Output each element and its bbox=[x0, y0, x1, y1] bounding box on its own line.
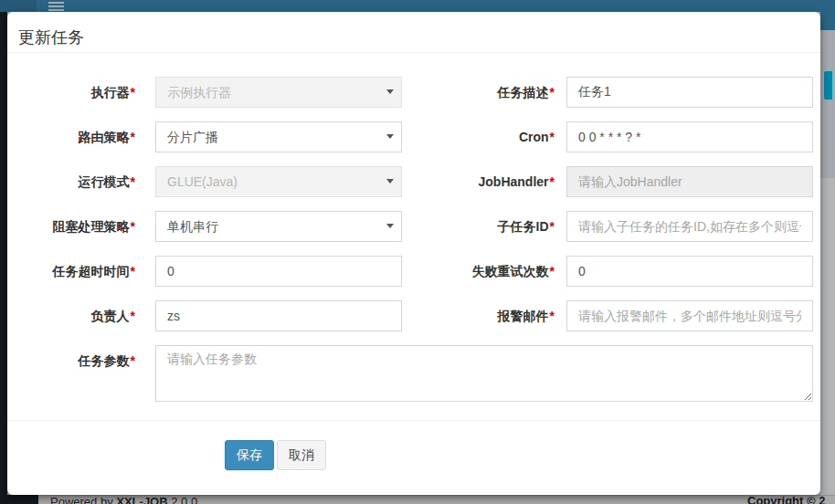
alarm-email-label: 报警邮件* bbox=[409, 300, 555, 331]
job-desc-label: 任务描述* bbox=[409, 77, 555, 108]
executor-select: 示例执行器 bbox=[155, 77, 402, 108]
cancel-button[interactable]: 取消 bbox=[277, 440, 326, 470]
sidebar-footer-block bbox=[0, 495, 38, 504]
required-asterisk: * bbox=[550, 264, 555, 278]
navbar-fragment-right bbox=[820, 12, 835, 30]
sidebar-edge-dimmed bbox=[0, 12, 7, 504]
save-button[interactable]: 保存 bbox=[225, 440, 274, 470]
fail-retry-input[interactable] bbox=[566, 256, 813, 287]
footer-divider bbox=[7, 420, 820, 421]
executor-label: 执行器* bbox=[7, 77, 135, 108]
author-input[interactable] bbox=[155, 300, 402, 331]
child-jobid-label: 子任务ID* bbox=[409, 211, 555, 242]
navbar-logo-block bbox=[0, 0, 37, 12]
alarm-email-input[interactable] bbox=[566, 300, 813, 331]
powered-by-text: Powered by XXL-JOB 2.0.0 bbox=[50, 495, 197, 504]
job-desc-input[interactable] bbox=[566, 77, 813, 108]
copyright-text: Copyright © 2 bbox=[747, 494, 825, 504]
route-strategy-select[interactable]: 分片广播 bbox=[155, 121, 402, 152]
block-strategy-label: 阻塞处理策略* bbox=[7, 211, 135, 242]
route-strategy-label: 路由策略* bbox=[7, 121, 135, 152]
hamburger-menu-icon[interactable] bbox=[48, 2, 64, 11]
required-asterisk: * bbox=[131, 130, 135, 144]
child-jobid-input[interactable] bbox=[566, 211, 813, 242]
glue-type-select: GLUE(Java) bbox=[155, 166, 402, 197]
hidden-info-button-fragment bbox=[824, 71, 832, 100]
job-handler-label: JobHandler* bbox=[409, 166, 555, 197]
job-param-textarea[interactable] bbox=[155, 345, 813, 402]
required-asterisk: * bbox=[131, 353, 135, 368]
fail-retry-label: 失败重试次数* bbox=[409, 256, 555, 287]
required-asterisk: * bbox=[550, 219, 555, 234]
version-text: 2.0.0 bbox=[171, 495, 197, 504]
content-panel-fragment bbox=[820, 178, 835, 504]
required-asterisk: * bbox=[550, 309, 555, 323]
brand-name: XXL-JOB bbox=[116, 495, 167, 504]
job-param-label: 任务参数* bbox=[7, 345, 135, 376]
block-strategy-select[interactable]: 单机串行 bbox=[155, 211, 402, 242]
cron-input[interactable] bbox=[566, 121, 813, 152]
required-asterisk: * bbox=[131, 309, 135, 323]
cron-label: Cron* bbox=[409, 121, 555, 152]
required-asterisk: * bbox=[550, 130, 555, 144]
glue-type-label: 运行模式* bbox=[7, 166, 135, 197]
timeout-input[interactable] bbox=[155, 256, 402, 287]
required-asterisk: * bbox=[131, 219, 135, 234]
required-asterisk: * bbox=[550, 174, 555, 189]
required-asterisk: * bbox=[131, 264, 135, 278]
required-asterisk: * bbox=[131, 85, 135, 100]
page-background-fragment bbox=[820, 30, 835, 178]
update-job-modal: 更新任务 执行器* 示例执行器 任务描述* 路由策略* 分片广播 Cron* 运… bbox=[7, 12, 820, 495]
timeout-label: 任务超时时间* bbox=[7, 256, 135, 287]
author-label: 负责人* bbox=[7, 300, 135, 331]
required-asterisk: * bbox=[131, 174, 135, 189]
header-divider bbox=[7, 52, 820, 53]
job-handler-input bbox=[566, 166, 813, 197]
top-navbar bbox=[0, 0, 835, 12]
modal-title: 更新任务 bbox=[18, 26, 84, 49]
required-asterisk: * bbox=[550, 85, 555, 100]
